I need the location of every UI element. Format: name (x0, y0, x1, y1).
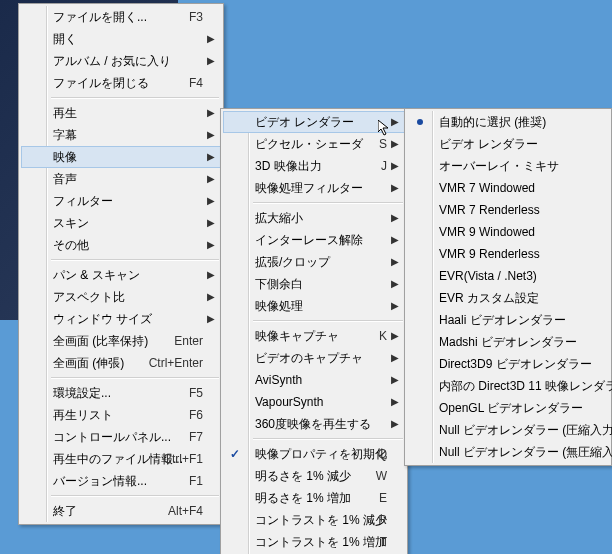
menu-item-label: コントラストを 1% 減少 (255, 513, 387, 527)
menu-shortcut: F1 (189, 470, 203, 492)
submenu-arrow-icon: ▶ (391, 347, 399, 369)
menu-item[interactable]: Null ビデオレンダラー (無圧縮入力) (407, 441, 609, 463)
menu-item[interactable]: 全画面 (比率保持)Enter (21, 330, 221, 352)
menu-item[interactable]: 映像処理▶ (223, 295, 405, 317)
menu-item[interactable]: 音声▶ (21, 168, 221, 190)
menu-item[interactable]: 自動的に選択 (推奨) (407, 111, 609, 133)
menu-item[interactable]: コントロールパネル...F7 (21, 426, 221, 448)
menu-item[interactable]: 下側余白▶ (223, 273, 405, 295)
menu-item-label: EVR(Vista / .Net3) (439, 269, 537, 283)
menu-item[interactable]: アルバム / お気に入り▶ (21, 50, 221, 72)
menu-item[interactable]: EVR(Vista / .Net3) (407, 265, 609, 287)
menu-item[interactable]: ビデオ レンダラー (407, 133, 609, 155)
menu-item-label: その他 (53, 238, 89, 252)
menu-item[interactable]: インターレース解除▶ (223, 229, 405, 251)
submenu-arrow-icon: ▶ (391, 207, 399, 229)
submenu-arrow-icon: ▶ (391, 295, 399, 317)
menu-item[interactable]: ビデオのキャプチャ▶ (223, 347, 405, 369)
menu-item[interactable]: Direct3D9 ビデオレンダラー (407, 353, 609, 375)
menu-item[interactable]: 再生▶ (21, 102, 221, 124)
menu-item[interactable]: 映像▶ (21, 146, 221, 168)
menu-item[interactable]: 拡大縮小▶ (223, 207, 405, 229)
menu-item[interactable]: フィルター▶ (21, 190, 221, 212)
menu-item[interactable]: VMR 9 Windowed (407, 221, 609, 243)
menu-shortcut: Alt+F4 (168, 500, 203, 522)
menu2-items: ビデオ レンダラー▶ピクセル・シェーダS▶3D 映像出力J▶映像処理フィルター▶… (223, 111, 405, 554)
menu-item-label: OpenGL ビデオレンダラー (439, 401, 583, 415)
menu-item-label: バージョン情報... (53, 474, 147, 488)
check-icon: ✓ (230, 443, 240, 465)
menu-item[interactable]: 映像処理フィルター▶ (223, 177, 405, 199)
menu-item[interactable]: 全画面 (伸張)Ctrl+Enter (21, 352, 221, 374)
menu-item-label: インターレース解除 (255, 233, 363, 247)
menu-item[interactable]: 内部の Direct3D 11 映像レンダラー (407, 375, 609, 397)
menu-item[interactable]: VMR 7 Windowed (407, 177, 609, 199)
menu-item[interactable]: コントラストを 1% 増加T (223, 531, 405, 553)
menu-separator (51, 495, 219, 497)
menu-item[interactable]: 字幕▶ (21, 124, 221, 146)
menu-item-label: 再生 (53, 106, 77, 120)
menu-item[interactable]: Haali ビデオレンダラー (407, 309, 609, 331)
menu-separator (51, 97, 219, 99)
menu-item[interactable]: EVR カスタム設定 (407, 287, 609, 309)
menu-item[interactable]: ウィンドウ サイズ▶ (21, 308, 221, 330)
menu-item[interactable]: 開く▶ (21, 28, 221, 50)
submenu-arrow-icon: ▶ (391, 177, 399, 199)
menu-item-label: オーバーレイ・ミキサ (439, 159, 559, 173)
submenu-arrow-icon: ▶ (207, 264, 215, 286)
menu-item[interactable]: 終了Alt+F4 (21, 500, 221, 522)
menu-item[interactable]: 明るさを 1% 増加E (223, 487, 405, 509)
menu-item[interactable]: 映像キャプチャK▶ (223, 325, 405, 347)
menu-item-label: フィルター (53, 194, 113, 208)
menu-item[interactable]: AviSynth▶ (223, 369, 405, 391)
menu-shortcut: F3 (189, 6, 203, 28)
menu-item[interactable]: パン & スキャン▶ (21, 264, 221, 286)
menu-item[interactable]: ✓映像プロパティを初期化Q (223, 443, 405, 465)
menu-item-label: Null ビデオレンダラー (無圧縮入力) (439, 445, 612, 459)
menu-item[interactable]: Madshi ビデオレンダラー (407, 331, 609, 353)
menu-item[interactable]: アスペクト比▶ (21, 286, 221, 308)
menu-item[interactable]: 拡張/クロップ▶ (223, 251, 405, 273)
menu-item-label: AviSynth (255, 373, 302, 387)
menu-item[interactable]: オーバーレイ・ミキサ (407, 155, 609, 177)
menu-item[interactable]: コントラストを 1% 減少R (223, 509, 405, 531)
menu-item[interactable]: VMR 7 Renderless (407, 199, 609, 221)
menu-item-label: アスペクト比 (53, 290, 125, 304)
submenu-arrow-icon: ▶ (207, 28, 215, 50)
submenu-arrow-icon: ▶ (391, 369, 399, 391)
menu-item[interactable]: VapourSynth▶ (223, 391, 405, 413)
menu-item[interactable]: ファイルを開く...F3 (21, 6, 221, 28)
menu3-items: 自動的に選択 (推奨)ビデオ レンダラーオーバーレイ・ミキサVMR 7 Wind… (407, 111, 609, 463)
menu-item-label: ビデオのキャプチャ (255, 351, 363, 365)
radio-dot-icon (417, 119, 423, 125)
menu-shortcut: S (379, 133, 387, 155)
menu-item-label: 3D 映像出力 (255, 159, 322, 173)
menu-item[interactable]: VMR 9 Renderless (407, 243, 609, 265)
menu-item[interactable]: OpenGL ビデオレンダラー (407, 397, 609, 419)
submenu-arrow-icon: ▶ (207, 124, 215, 146)
menu-separator (51, 377, 219, 379)
menu-item[interactable]: バージョン情報...F1 (21, 470, 221, 492)
menu-item[interactable]: 再生中のファイル情報...Ctrl+F1 (21, 448, 221, 470)
menu-item-label: 下側余白 (255, 277, 303, 291)
menu-item-label: 拡大縮小 (255, 211, 303, 225)
menu-item[interactable]: 明るさを 1% 減少W (223, 465, 405, 487)
menu-item[interactable]: その他▶ (21, 234, 221, 256)
menu-item[interactable]: ピクセル・シェーダS▶ (223, 133, 405, 155)
menu-item[interactable]: 3D 映像出力J▶ (223, 155, 405, 177)
menu-item-label: 全画面 (比率保持) (53, 334, 148, 348)
menu-item[interactable]: ビデオ レンダラー▶ (223, 111, 405, 133)
menu-item[interactable]: 再生リストF6 (21, 404, 221, 426)
menu-item[interactable]: 360度映像を再生する▶ (223, 413, 405, 435)
menu-shortcut: Ctrl+Enter (149, 352, 203, 374)
menu-shortcut: Q (378, 443, 387, 465)
menu-item-label: コントラストを 1% 増加 (255, 535, 387, 549)
menu-item[interactable]: 環境設定...F5 (21, 382, 221, 404)
menu-item[interactable]: ファイルを閉じるF4 (21, 72, 221, 94)
menu-item[interactable]: Null ビデオレンダラー (圧縮入力) (407, 419, 609, 441)
submenu-arrow-icon: ▶ (391, 251, 399, 273)
menu-item-label: ビデオ レンダラー (255, 115, 354, 129)
menu-item[interactable]: スキン▶ (21, 212, 221, 234)
menu-item-label: スキン (53, 216, 89, 230)
menu-item-label: Null ビデオレンダラー (圧縮入力) (439, 423, 612, 437)
